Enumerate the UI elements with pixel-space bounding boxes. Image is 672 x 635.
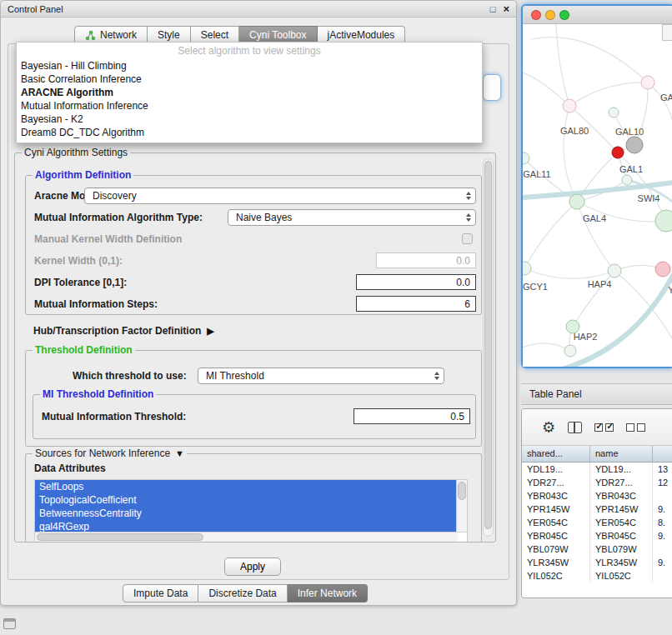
table-toolbar: ⚙	[522, 409, 672, 446]
algorithm-option-aracne-algorithm[interactable]: ARACNE Algorithm	[17, 86, 482, 99]
column-header-name[interactable]: name	[590, 446, 653, 462]
network-node-node-right-large[interactable]	[655, 210, 672, 232]
algorithm-option-bayesian-hill-climbing[interactable]: Bayesian - Hill Climbing	[17, 59, 482, 72]
which-threshold-value: MI Threshold	[206, 370, 264, 382]
network-node-node-low[interactable]	[564, 345, 576, 357]
network-node-node-a[interactable]	[609, 108, 619, 118]
hide-columns-icon[interactable]	[626, 423, 645, 432]
algorithm-option-mutual-information-inference[interactable]: Mutual Information Inference	[17, 99, 482, 112]
show-columns-icon[interactable]	[594, 423, 614, 432]
which-threshold-select[interactable]: MI Threshold	[198, 368, 444, 384]
aracne-mode-select[interactable]: Discovery	[84, 188, 476, 204]
kernel-width-input[interactable]: 0.0	[376, 252, 476, 268]
attributes-scrollbar[interactable]	[456, 480, 467, 532]
aracne-mode-row: Aracne Mode: Discovery	[26, 188, 481, 204]
table-row[interactable]: YLR345WYLR345W9.	[522, 556, 672, 569]
mi-type-select[interactable]: Naive Bayes	[228, 209, 476, 226]
network-node-gal80[interactable]	[563, 99, 576, 112]
control-panel-titlebar[interactable]: Control Panel □ ×	[1, 1, 516, 18]
dpi-tolerance-input[interactable]: 0.0	[356, 274, 476, 290]
network-node-gal4[interactable]	[569, 194, 584, 209]
tab-impute-data[interactable]: Impute Data	[123, 584, 198, 602]
sources-legend[interactable]: Sources for Network Inference ▼	[33, 448, 187, 459]
network-node-gal10[interactable]	[626, 137, 643, 153]
column-header-col2[interactable]	[653, 446, 672, 462]
algorithm-dropdown-popup: Select algorithm to view settings Bayesi…	[16, 42, 483, 143]
manual-kernel-checkbox[interactable]	[462, 233, 473, 244]
minimize-window-button[interactable]	[545, 10, 555, 20]
mi-threshold-row: Mutual Information Threshold: 0.5	[33, 408, 475, 425]
hub-definition-toggle[interactable]: Hub/Transcription Factor Definition ▶	[33, 325, 214, 337]
network-window-titlebar[interactable]	[523, 6, 672, 24]
table-cell: YBL079W	[590, 542, 653, 556]
node-label-gal1: GAL1	[619, 164, 643, 174]
table-row[interactable]: YIL052CYIL052C	[522, 569, 672, 582]
kernel-width-label: Kernel Width (0,1):	[34, 252, 123, 269]
column-header-shared[interactable]: shared...	[522, 446, 590, 462]
manual-kernel-row: Manual Kernel Width Definition	[26, 231, 481, 248]
combo-arrows-icon	[466, 213, 471, 222]
attribute-item-betweennesscentrality[interactable]: BetweennessCentrality	[35, 507, 458, 520]
algorithm-popup-list: Bayesian - Hill ClimbingBasic Correlatio…	[17, 59, 482, 139]
gear-icon[interactable]: ⚙	[542, 420, 555, 435]
mi-type-label: Mutual Information Algorithm Type:	[34, 209, 203, 226]
node-label-swi4: SWI4	[638, 193, 660, 203]
network-node-red-node[interactable]	[612, 147, 624, 158]
attributes-scrollbar-thumb[interactable]	[458, 482, 466, 500]
attributes-hscrollbar[interactable]	[35, 532, 458, 542]
attributes-hscrollbar-thumb[interactable]	[37, 533, 203, 541]
network-node-node-mid[interactable]	[608, 264, 621, 278]
dpi-tolerance-row: DPI Tolerance [0,1]: 0.0	[26, 274, 481, 291]
tab-discretize-data[interactable]: Discretize Data	[198, 584, 287, 602]
table-cell: YDL19...	[522, 462, 590, 476]
close-window-icon[interactable]: ×	[503, 4, 509, 13]
attribute-item-selfloops[interactable]: SelfLoops	[35, 480, 458, 493]
network-canvas[interactable]: GAL80GAL10GAL11GAL1SWI4GAL4GCY1HAP4HAP2G…	[523, 24, 672, 367]
network-node-gcy1[interactable]	[523, 262, 531, 275]
tab-infer-network[interactable]: Infer Network	[288, 584, 368, 602]
table-cell	[653, 542, 672, 556]
sources-group: Sources for Network Inference ▼ Data Att…	[25, 453, 482, 542]
table-row[interactable]: YBR043CYBR043C	[522, 489, 672, 502]
node-label-gal4: GAL4	[583, 213, 606, 223]
table-row[interactable]: YBR045CYBR045C9.	[522, 529, 672, 542]
combo-arrows-icon	[466, 192, 471, 200]
minimized-panel-icon[interactable]	[3, 618, 16, 629]
tab-label: Style	[158, 29, 180, 41]
apply-button[interactable]: Apply	[224, 558, 281, 576]
network-node-gal1[interactable]	[622, 175, 632, 185]
mini-checkbox	[605, 423, 614, 432]
network-tab-icon	[85, 30, 96, 41]
table-cell: YPR145W	[590, 502, 653, 516]
algorithm-option-dream8-dc-tdc-algorithm[interactable]: Dream8 DC_TDC Algorithm	[17, 126, 482, 139]
table-row[interactable]: YER054CYER054C8.	[522, 516, 672, 529]
tab-label: Impute Data	[133, 588, 188, 599]
data-attributes-list[interactable]: SelfLoopsTopologicalCoefficientBetweenne…	[34, 479, 468, 542]
network-node-node-top-right[interactable]	[641, 76, 654, 89]
table-cell: 9.	[653, 529, 672, 542]
settings-scrollbar-thumb[interactable]	[484, 161, 492, 529]
table-row[interactable]: YDR27...YDR27...12	[522, 476, 672, 489]
combo-arrows-icon	[434, 372, 439, 380]
mi-threshold-input[interactable]: 0.5	[354, 408, 470, 424]
settings-scrollbar[interactable]	[483, 158, 494, 537]
mi-steps-input[interactable]: 6	[356, 296, 476, 312]
float-window-icon[interactable]: □	[490, 4, 496, 14]
table-row[interactable]: YDL19...YDL19...13	[522, 462, 672, 476]
dpi-tolerance-label: DPI Tolerance [0,1]:	[34, 274, 127, 291]
network-edge	[556, 24, 569, 106]
mini-checkbox	[637, 423, 645, 432]
columns-icon[interactable]	[568, 422, 582, 433]
algorithm-option-bayesian-k2[interactable]: Bayesian - K2	[17, 112, 482, 126]
refresh-algorithms-button[interactable]	[483, 74, 501, 101]
close-window-button[interactable]	[531, 10, 541, 20]
network-edge	[577, 202, 614, 271]
table-row[interactable]: YPR145WYPR145W9.	[522, 502, 672, 516]
zoom-window-button[interactable]	[559, 10, 569, 20]
attribute-item-topologicalcoefficient[interactable]: TopologicalCoefficient	[35, 493, 458, 507]
network-node-node-rose[interactable]	[655, 262, 670, 277]
table-row[interactable]: YBL079WYBL079W	[522, 542, 672, 556]
table-cell: YBL079W	[522, 542, 590, 556]
node-label-y: Y	[668, 285, 672, 295]
algorithm-option-basic-correlation-inference[interactable]: Basic Correlation Inference	[17, 72, 482, 86]
